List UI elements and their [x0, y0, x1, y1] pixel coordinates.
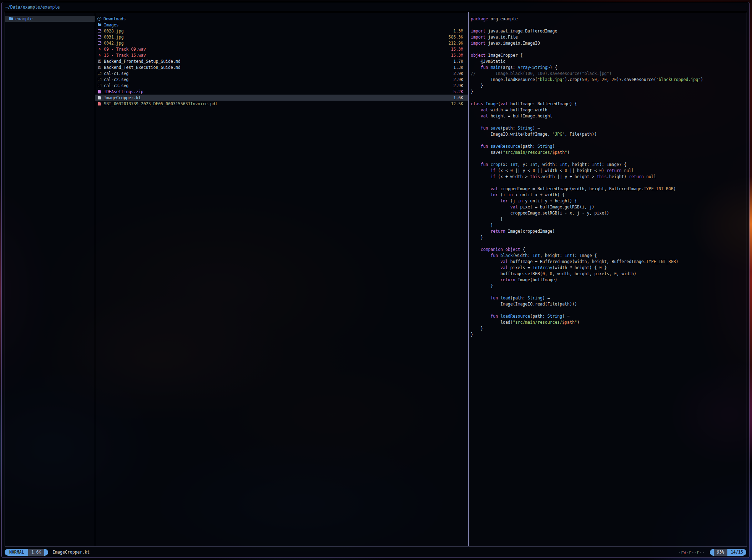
- file-row[interactable]: cal-c2.svg2.9K: [95, 76, 468, 82]
- file-size: 2.9K: [453, 77, 463, 82]
- file-name: cal-c1.svg: [104, 71, 450, 76]
- file-size: 2.9K: [453, 83, 463, 88]
- status-filename: ImageCropper.kt: [52, 550, 90, 555]
- code-line: }: [471, 326, 747, 332]
- yazi-panes: example DownloadsImages0028.jpg1.3M0031.…: [5, 12, 747, 546]
- markdown-icon: [97, 65, 102, 70]
- code-line: object ImageCropper {: [471, 52, 747, 59]
- file-row[interactable]: SBI_0032013739_2023_DE05_0003155631Invoi…: [95, 101, 468, 107]
- powerline-cap: [44, 549, 48, 556]
- scroll-percent: 93%: [714, 549, 728, 556]
- file-name: SBI_0032013739_2023_DE05_0003155631Invoi…: [104, 101, 448, 106]
- image-icon: [97, 35, 102, 39]
- code-line: [471, 241, 747, 247]
- file-name: cal-c2.svg: [104, 77, 450, 82]
- code-line: }: [471, 83, 747, 89]
- code-line: if (x < 0 || y < 0 || width < 0 || heigh…: [471, 168, 747, 174]
- file-size: 15.3M: [451, 53, 463, 58]
- file-row[interactable]: cal-c1.svg2.9K: [95, 70, 468, 76]
- code-line: [471, 95, 747, 101]
- vector-icon: [97, 71, 102, 76]
- file-list-rows: DownloadsImages0028.jpg1.3M0031.jpg586.3…: [95, 12, 468, 107]
- terminal-window: ~/Data/example/example example Downloads…: [1, 2, 750, 558]
- image-icon: [97, 41, 102, 45]
- code-line: return Image(croppedImage): [471, 228, 747, 234]
- code-line: fun crop(x: Int, y: Int, width: Int, hei…: [471, 162, 747, 168]
- code-line: @JvmStatic: [471, 59, 747, 65]
- file-name: ImageCropper.kt: [104, 95, 450, 100]
- file-row[interactable]: 0042.jpg212.9K: [95, 40, 468, 46]
- code-line: }: [471, 89, 747, 95]
- file-row[interactable]: ImageCropper.kt1.6K: [95, 95, 468, 101]
- code-line: val croppedImage = BufferedImage(width, …: [471, 186, 747, 192]
- code-line: Image(ImageIO.read(File(path))): [471, 301, 747, 307]
- file-row[interactable]: 0028.jpg1.3M: [95, 28, 468, 34]
- file-size: 1.6K: [453, 95, 463, 100]
- image-icon: [97, 29, 102, 33]
- file-permissions: -rw-r--r--: [678, 550, 705, 555]
- folder-icon: [9, 17, 13, 21]
- code-line: if (x + width > this.width || y + height…: [471, 174, 747, 180]
- file-size: 586.3K: [448, 35, 463, 40]
- code-line: Image.loadResource("black.jpg").crop(50,…: [471, 77, 747, 83]
- code-line: import javax.imageio.ImageIO: [471, 40, 747, 46]
- code-line: fun black(width: Int, height: Int): Imag…: [471, 253, 747, 259]
- code-line: import java.awt.image.BufferedImage: [471, 28, 747, 34]
- code-line: for (j in y until y + height) {: [471, 198, 747, 204]
- file-size: 15.3M: [451, 47, 463, 52]
- code-line: }: [471, 216, 747, 222]
- code-line: class Image(val buffImage: BufferedImage…: [471, 101, 747, 107]
- file-size: 1.7K: [453, 59, 463, 64]
- file-row[interactable]: 0031.jpg586.3K: [95, 34, 468, 40]
- file-name: 0028.jpg: [104, 29, 450, 34]
- cursor-position: 14/15: [727, 549, 746, 556]
- code-line: }: [471, 332, 747, 338]
- file-row[interactable]: cal-c3.svg2.9K: [95, 82, 468, 89]
- file-size: 12.5K: [451, 101, 463, 106]
- code-line: fun loadResource(path: String) =: [471, 313, 747, 319]
- file-name: Downloads: [104, 16, 463, 21]
- code-line: [471, 156, 747, 162]
- file-row[interactable]: example: [5, 16, 95, 22]
- audio-icon: [97, 47, 102, 51]
- audio-icon: [97, 53, 102, 57]
- code-line: val height = buffImage.height: [471, 113, 747, 119]
- code-line: return Image(buffImage): [471, 277, 747, 283]
- file-size: 1.3M: [453, 29, 463, 34]
- file-size: 212.9K: [448, 41, 463, 46]
- file-list-pane: DownloadsImages0028.jpg1.3M0031.jpg586.3…: [95, 12, 468, 546]
- code-line: [471, 46, 747, 52]
- file-row[interactable]: IDEAsettings.zip5.2K: [95, 89, 468, 95]
- file-name: 0042.jpg: [104, 41, 445, 46]
- file-row[interactable]: Backend_Test_Execution_Guide.md1.3K: [95, 64, 468, 70]
- file-row[interactable]: 09 - Track 09.wav15.3M: [95, 46, 468, 52]
- parent-pane: example: [5, 12, 95, 546]
- code-line: [471, 307, 747, 313]
- status-bar: NORMAL 1.6K ImageCropper.kt -rw-r--r-- 9…: [5, 548, 746, 556]
- vector-icon: [97, 77, 102, 82]
- vector-icon: [97, 84, 102, 88]
- code-line: package org.example: [471, 16, 747, 22]
- code-line: val pixels = IntArray(width * height) { …: [471, 265, 747, 271]
- code-line: [471, 289, 747, 295]
- file-row[interactable]: Downloads: [95, 16, 468, 22]
- file-name: Backend_Frontend_Setup_Guide.md: [104, 59, 450, 64]
- file-size: 2.9K: [453, 71, 463, 76]
- download-icon: [97, 17, 101, 21]
- code-line: // Image.black(100, 100).saveResource("b…: [471, 71, 747, 77]
- file-row[interactable]: Backend_Frontend_Setup_Guide.md1.7K: [95, 58, 468, 64]
- file-row[interactable]: 15 - Track 15.wav15.3M: [95, 52, 468, 58]
- code-line: val pixel = buffImage.getRGB(i, j): [471, 204, 747, 210]
- pdf-icon: [97, 102, 102, 106]
- code-line: load("src/main/resources/$path"): [471, 319, 747, 326]
- file-row[interactable]: Images: [95, 22, 468, 28]
- parent-rows: example: [5, 12, 95, 22]
- code-line: import java.io.File: [471, 34, 747, 40]
- file-name: Images: [104, 22, 463, 27]
- mode-badge: NORMAL: [5, 549, 28, 556]
- code-line: [471, 137, 747, 143]
- code-preview: package org.example import java.awt.imag…: [469, 12, 747, 338]
- file-name: 0031.jpg: [104, 35, 445, 40]
- preview-pane: package org.example import java.awt.imag…: [469, 12, 747, 546]
- archive-icon: [97, 90, 102, 94]
